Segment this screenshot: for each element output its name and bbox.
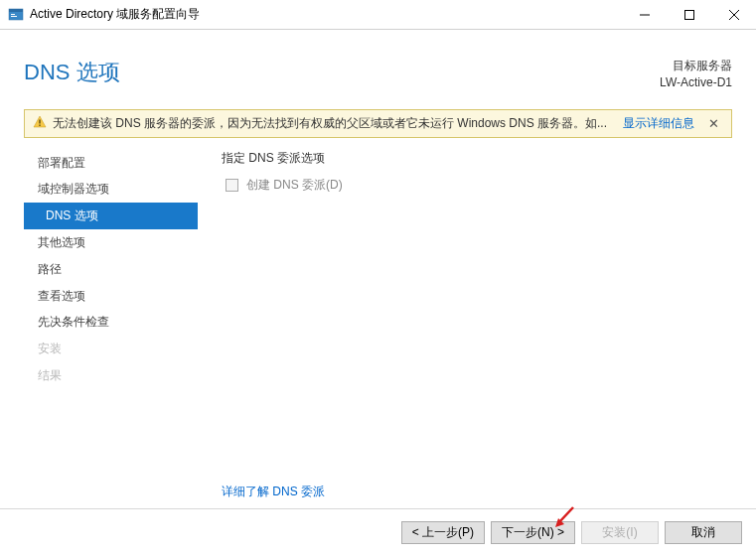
warning-text: 无法创建该 DNS 服务器的委派，因为无法找到有权威的父区域或者它未运行 Win… [53,115,619,132]
sidebar: 部署配置 域控制器选项 DNS 选项 其他选项 路径 查看选项 先决条件检查 安… [24,146,198,500]
server-label: 目标服务器 [660,58,732,74]
sidebar-item-dns-options[interactable]: DNS 选项 [24,203,198,229]
sidebar-item-prereq[interactable]: 先决条件检查 [24,309,198,336]
window-controls [622,0,756,30]
warning-icon [33,115,47,132]
minimize-button[interactable] [622,0,667,30]
section-label: 指定 DNS 委派选项 [222,150,732,167]
header-section: DNS 选项 目标服务器 LW-Active-D1 [0,30,756,109]
server-info: 目标服务器 LW-Active-D1 [660,58,732,91]
svg-rect-1 [9,9,23,12]
sidebar-item-dc-options[interactable]: 域控制器选项 [24,176,198,203]
sidebar-item-deploy-config[interactable]: 部署配置 [24,150,198,177]
warning-bar: 无法创建该 DNS 服务器的委派，因为无法找到有权威的父区域或者它未运行 Win… [24,109,732,138]
maximize-button[interactable] [667,0,711,30]
app-icon [8,7,24,23]
svg-rect-5 [684,10,693,19]
sidebar-item-install: 安装 [24,336,198,362]
close-button[interactable] [711,0,756,30]
sidebar-item-paths[interactable]: 路径 [24,256,198,283]
titlebar: Active Directory 域服务配置向导 [0,0,756,30]
checkbox-label: 创建 DNS 委派(D) [246,177,343,194]
sidebar-item-results: 结果 [24,362,198,389]
create-dns-delegation-checkbox[interactable] [226,179,238,192]
warning-details-link[interactable]: 显示详细信息 [623,115,694,132]
main-panel: 指定 DNS 委派选项 创建 DNS 委派(D) 详细了解 DNS 委派 [198,146,732,500]
button-bar: < 上一步(P) 下一步(N) > 安装(I) 取消 [0,508,756,556]
learn-more-link[interactable]: 详细了解 DNS 委派 [222,484,325,500]
sidebar-item-other-options[interactable]: 其他选项 [24,229,198,256]
svg-rect-2 [11,14,15,15]
prev-button[interactable]: < 上一步(P) [401,521,485,544]
content-area: 部署配置 域控制器选项 DNS 选项 其他选项 路径 查看选项 先决条件检查 安… [0,138,756,500]
page-title: DNS 选项 [24,58,120,87]
window-title: Active Directory 域服务配置向导 [30,6,622,23]
cancel-button[interactable]: 取消 [665,521,742,544]
sidebar-item-review[interactable]: 查看选项 [24,283,198,310]
install-button: 安装(I) [581,521,659,544]
svg-rect-3 [11,16,17,17]
svg-rect-9 [39,119,40,123]
warning-close-icon[interactable]: ✕ [704,116,723,131]
next-button[interactable]: 下一步(N) > [491,521,575,544]
server-name: LW-Active-D1 [660,74,732,91]
svg-rect-10 [39,124,40,125]
checkbox-row: 创建 DNS 委派(D) [222,177,732,194]
